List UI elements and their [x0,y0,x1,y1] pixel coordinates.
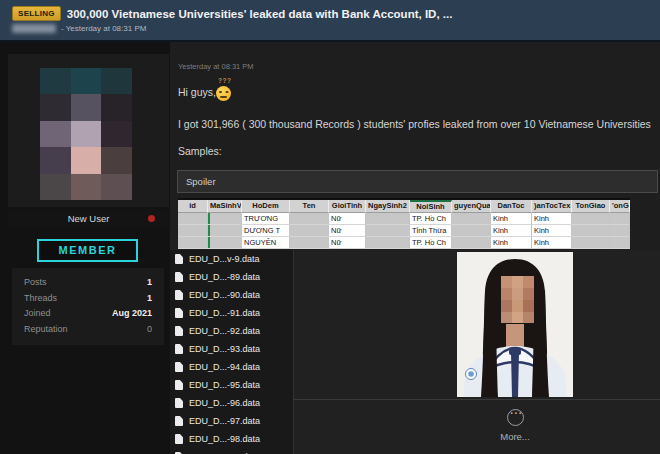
avatar-pixel [101,147,132,173]
spoiler-toggle[interactable]: Spoiler [177,170,658,193]
table-cell [610,225,630,237]
table-cell [366,237,410,249]
table-cell: Nữ [329,225,366,237]
thread-byline: - Yesterday at 08:31 PM [12,24,146,33]
rank-badge: MEMBER [37,239,138,262]
preview-divider [294,399,660,400]
file-name: EDU_D...-93.data [189,344,260,354]
file-name: EDU_D...-97.data [189,416,260,426]
file-item[interactable]: EDU_D...-93.data [170,340,293,358]
table-cell [610,237,630,249]
file-item[interactable]: EDU_D...-94.data [170,358,293,376]
post-body: I got 301,966 ( 300 thousand Records ) s… [178,118,651,130]
document-icon [175,272,183,282]
document-icon [175,290,183,300]
file-name: EDU_D...-89.data [189,272,260,282]
file-item[interactable]: EDU_D...-96.data [170,394,293,412]
avatar[interactable] [40,68,132,200]
redacted-cell [572,225,609,236]
samples-label: Samples: [178,145,222,157]
table-cell [572,213,610,225]
username-redacted[interactable] [12,24,56,33]
file-item[interactable]: EDU_D...-89.data [170,268,293,286]
document-icon [175,362,183,372]
column-header: GioiTinh [329,200,366,213]
redacted-cell [366,225,409,236]
table-cell: Nữ [329,237,366,249]
file-item[interactable]: EDU_D...-92.data [170,322,293,340]
student-photo[interactable] [457,252,573,397]
post-timestamp: Yesterday at 08:31 PM [178,62,254,71]
file-item[interactable]: EDU_D...-91.data [170,304,293,322]
table-row: DƯƠNG TNữTỉnh ThừaKinhKinh [178,225,630,237]
table-cell: NGUYỄN [242,237,290,249]
redacted-cell [290,225,328,236]
avatar-pixel [101,121,132,147]
ellipsis-circle-icon[interactable] [507,409,524,426]
table-cell: Kinh [491,213,532,225]
redacted-cell [290,237,328,248]
emoji-question-marks: ??? [218,77,231,84]
file-name: EDU_D...-92.data [189,326,260,336]
column-header: NoiSinh [410,200,452,213]
table-cell [366,213,410,225]
file-item[interactable]: EDU_D...-90.data [170,286,293,304]
column-header: DanToc [491,200,532,213]
table-cell: DƯƠNG T [242,225,290,237]
selling-badge: SELLING [12,6,61,21]
table-cell: Kinh [532,213,572,225]
face-mosaic [501,276,534,323]
table-cell [452,213,491,225]
column-header: NgaySinh2 [366,200,410,213]
table-cell: Kinh [491,225,532,237]
redacted-cell [366,213,409,224]
avatar-pixel [71,68,102,94]
stats-panel: Posts1Threads1JoinedAug 2021Reputation0 [12,268,164,345]
file-item[interactable]: EDU_D...-95.data [170,376,293,394]
avatar-pixel [71,94,102,120]
redacted-cell [452,237,490,248]
stat-row: JoinedAug 2021 [24,306,152,322]
redacted-cell [610,213,629,224]
table-cell [290,225,329,237]
table-cell: TP. Hồ Ch [410,237,452,249]
avatar-pixel [40,68,71,94]
user-title: New User [8,209,169,228]
table-cell [178,225,208,237]
column-header: guyenQua [452,200,491,213]
stat-row: Threads1 [24,291,152,307]
table-cell [208,237,242,249]
column-header: MaSinhVie [208,200,242,213]
table-cell [178,213,208,225]
file-name: EDU_D...-96.data [189,398,260,408]
byline-timestamp: - Yesterday at 08:31 PM [61,24,146,33]
file-item[interactable]: EDU_D...v-9.data [170,250,293,268]
status-dot-icon [148,215,155,222]
redacted-cell [208,225,241,236]
avatar-pixel [40,94,71,120]
redacted-cell [610,225,629,236]
file-item[interactable]: EDU_D...-97.data [170,412,293,430]
column-header: 'onGia [610,200,630,213]
student-photo-graphic [457,252,573,397]
table-cell: Nữ [329,213,366,225]
redacted-cell [366,237,409,248]
document-icon [175,326,183,336]
table-cell: TRƯƠNG [242,213,290,225]
user-panel [8,54,169,207]
more-button[interactable]: More... [455,431,575,442]
column-header: TonGiao [572,200,610,213]
stat-label: Joined [24,306,51,322]
document-icon [175,434,183,444]
confused-face-emoji-icon [216,86,231,101]
avatar-pixel [71,121,102,147]
file-name: EDU_D...v-9.data [189,254,260,264]
redacted-cell [178,237,207,248]
redacted-cell [178,213,207,224]
table-cell: Kinh [532,225,572,237]
table-row: TRƯƠNGNữTP. Hồ ChKinhKinh [178,213,630,225]
file-item[interactable]: EDU_D...-99.data [170,448,293,454]
document-icon [175,416,183,426]
file-item[interactable]: EDU_D...-98.data [170,430,293,448]
post-greeting: Hi guys, [178,86,216,98]
